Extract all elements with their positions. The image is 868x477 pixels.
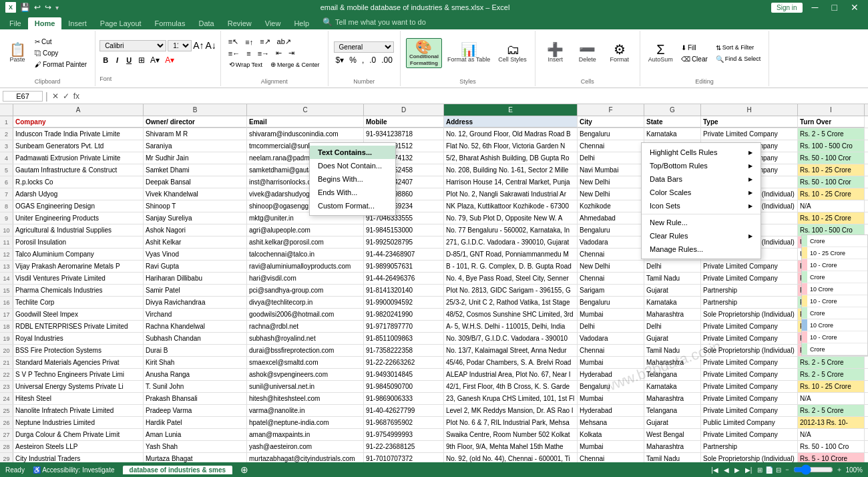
grid-cell[interactable]: Karnataka — [644, 381, 701, 392]
tab-formulas[interactable]: Formulas — [148, 17, 192, 29]
grid-cell[interactable]: Rs. 100 - 500 Cro — [798, 140, 865, 152]
align-center-btn[interactable]: ≡ — [244, 49, 252, 58]
grid-cell[interactable]: Vadodara — [578, 333, 644, 344]
grid-cell[interactable]: Tamil Nadu — [644, 345, 701, 356]
grid-cell[interactable]: D-85/1, GNT Road, Ponniammanmedu M — [444, 249, 578, 260]
grid-cell[interactable]: New Delhi — [578, 176, 644, 188]
table-row[interactable]: 21Standard Materials Agencies PrivatKiri… — [0, 357, 868, 369]
tab-help[interactable]: Help — [287, 17, 316, 29]
grid-cell[interactable]: N/A — [798, 429, 865, 440]
grid-cell[interactable]: Private Limited Company — [701, 261, 798, 272]
grid-cell[interactable]: OGAS Engineering Design — [13, 200, 144, 212]
grid-cell[interactable]: Maharashtra — [644, 309, 701, 320]
cf-highlight-rules[interactable]: Highlight Cells Rules ▶ — [642, 146, 761, 159]
grid-cell[interactable]: Private Limited Company — [701, 357, 798, 368]
table-row[interactable]: 25Nanolite Infratech Private LimitedPrad… — [0, 405, 868, 417]
grid-cell[interactable]: 91-9820241990 — [364, 309, 444, 320]
col-header-i[interactable]: I — [798, 104, 865, 116]
grid-cell[interactable]: No. 79, Sub Plot D, Opposite New W. A — [444, 212, 578, 224]
font-family-select[interactable]: Calibri — [99, 40, 166, 51]
align-left-btn[interactable]: ≡← — [226, 49, 242, 58]
grid-cell[interactable]: murtazabhagat@cityindustrials.com — [247, 453, 364, 462]
grid-cell[interactable]: 91-9717897770 — [364, 321, 444, 332]
grid-cell[interactable]: ravi@aluminiumalloyproducts.com — [247, 261, 364, 272]
cell-styles-button[interactable]: 🗂 Cell Styles — [495, 41, 529, 65]
tab-data[interactable]: Data — [192, 17, 220, 29]
grid-cell[interactable]: Karnataka — [644, 297, 701, 308]
grid-cell[interactable]: hpatel@neptune-india.com — [247, 417, 364, 428]
table-row[interactable]: 15Pharma Chemicals IndustriesSamir Patel… — [0, 285, 868, 297]
indent-increase-btn[interactable]: ⇥ — [286, 48, 296, 58]
autosum-button[interactable]: Σ AutoSum — [646, 41, 676, 65]
grid-cell[interactable]: 91-9899057631 — [364, 261, 444, 272]
wrap-text-button[interactable]: ⟲ Wrap Text — [226, 59, 265, 69]
grid-cell[interactable]: Private Limited Company — [701, 333, 798, 344]
grid-cell[interactable]: T. Sunil John — [144, 381, 247, 392]
grid-cell[interactable]: Talco Aluminium Company — [13, 249, 144, 260]
table-row[interactable]: 29City Industrial TradersMurtaza Bhagatm… — [0, 453, 868, 462]
grid-cell[interactable]: hitesh@hiteshsteel.com — [247, 393, 364, 404]
col-header-g[interactable]: G — [644, 104, 701, 116]
cf-topbottom-rules[interactable]: Top/Bottom Rules ▶ — [642, 159, 761, 172]
grid-cell[interactable]: Chennai — [578, 273, 644, 284]
grid-cell[interactable]: Mumbai — [578, 309, 644, 320]
grid-cell[interactable]: sunil@universal.net.in — [247, 381, 364, 392]
zoom-in-btn[interactable]: ＋ — [836, 465, 843, 474]
font-color-button[interactable]: A▾ — [163, 55, 176, 65]
custom-format-item[interactable]: Custom Format... — [310, 199, 395, 212]
grid-cell[interactable]: Private Limited Company — [701, 321, 798, 332]
grid-cell[interactable]: goodwilsi2006@hotmail.com — [247, 309, 364, 320]
grid-cell[interactable]: Samket Dhami — [144, 164, 247, 176]
grid-cell[interactable]: Harrison House 14, Central Market, Punja — [444, 176, 578, 188]
grid-cell[interactable]: Rs. 2 - 5 Crore — [798, 405, 865, 416]
tab-view[interactable]: View — [258, 17, 288, 29]
grid-cell[interactable]: A- 5, W.H.S. Delhi - 110015, Delhi, Indi… — [444, 321, 578, 332]
cf-icon-sets[interactable]: Icon Sets ▶ — [642, 199, 761, 212]
grid-cell[interactable]: New Delhi — [578, 188, 644, 200]
grid-cell[interactable]: No. 12, Ground Floor, Old Madras Road B — [444, 128, 578, 140]
tab-search[interactable]: 🔍 Tell me what you want to do — [316, 15, 433, 29]
grid-cell[interactable]: 5/2, Bharat Ashish Building, DB Gupta Ro — [444, 152, 578, 164]
grid-cell[interactable]: Durga Colour & Chem Private Limit — [13, 429, 144, 440]
grid-cell[interactable]: Rs. 5 - 10 Crore — [798, 453, 865, 462]
grid-cell[interactable]: Rs. 50 - 100 Cror — [798, 176, 865, 188]
accounting-btn[interactable]: $▾ — [334, 55, 347, 65]
grid-cell[interactable]: Plot No. 2813, GIDC Sarigam - 396155, G — [444, 285, 578, 296]
grid-cell[interactable]: Bengaluru — [578, 224, 644, 236]
grid-cell[interactable]: 91-8511009863 — [364, 333, 444, 344]
grid-cell[interactable]: ashit.kelkar@porosil.com — [247, 236, 364, 248]
grid-cell[interactable]: Maharashtra — [644, 441, 701, 452]
grid-cell[interactable]: Bengaluru — [578, 128, 644, 140]
grid-cell[interactable]: Adarsh Udyog — [13, 188, 144, 200]
text-begins-with-item[interactable]: Begins With... — [310, 172, 395, 186]
conditional-formatting-button[interactable]: 🎨 ConditionalFormatting — [406, 38, 442, 68]
grid-cell[interactable]: Rs. 2 - 5 Crore — [798, 128, 865, 140]
underline-button[interactable]: U — [123, 55, 135, 65]
grid-cell[interactable]: Neptune Industries Limited — [13, 417, 144, 428]
maximize-button[interactable]: □ — [828, 2, 841, 13]
grid-cell[interactable]: Padmawati Extrusion Private Limite — [13, 152, 144, 164]
grid-cell[interactable]: Rs. 50 - 100 Cro — [798, 441, 865, 452]
minimize-button[interactable]: ─ — [808, 2, 823, 13]
grid-cell[interactable]: Private Limited Company — [701, 405, 798, 416]
grid-cell[interactable]: yash@aesteiron.com — [247, 441, 364, 452]
nav-prev-icon[interactable]: ◀ — [724, 466, 729, 474]
col-header-d[interactable]: D — [364, 104, 444, 116]
grid-cell[interactable]: Murtaza Bhagat — [144, 453, 247, 462]
format-painter-button[interactable]: 🖌 Format Painter — [32, 59, 89, 69]
grid-cell[interactable]: Hardik Patel — [144, 417, 247, 428]
grid-cell[interactable]: Uniter Engineering Products — [13, 212, 144, 224]
table-row[interactable]: 24Hitesh SteelPrakash Bhansalihitesh@hit… — [0, 393, 868, 405]
grid-cell[interactable]: Hyderabad — [578, 405, 644, 416]
merge-center-button[interactable]: ⊕ Merge & Center — [268, 59, 322, 69]
grid-cell[interactable]: No. 309/B/7, G.I.D.C. Vadodara - 390010 — [444, 333, 578, 344]
find-select-button[interactable]: 🔍 Find & Select — [713, 54, 764, 64]
grid-cell[interactable]: Gautam Infrastructure & Construct — [13, 164, 144, 176]
grid-cell[interactable]: Agricultural & Industrial Supplies — [13, 224, 144, 236]
tab-insert[interactable]: Insert — [61, 17, 93, 29]
grid-cell[interactable]: Visdil Ventures Private Limited — [13, 273, 144, 284]
col-header-c[interactable]: C — [247, 104, 364, 116]
grid-cell[interactable]: Sunbeam Generators Pvt. Ltd — [13, 140, 144, 152]
table-row[interactable]: 17Goodwill Steel ImpexVirchandgoodwilsi2… — [0, 309, 868, 321]
grid-cell[interactable]: City Industrial Traders — [13, 453, 144, 462]
